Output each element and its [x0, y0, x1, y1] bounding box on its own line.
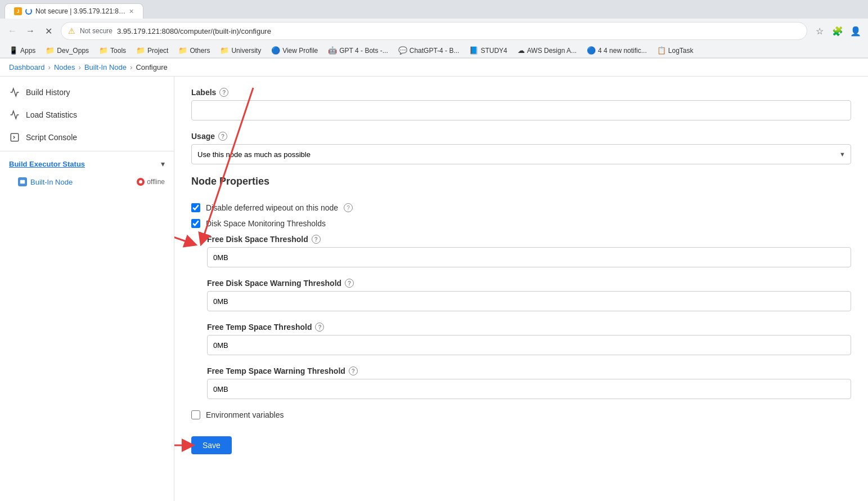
bookmark-university[interactable]: 📁 University: [215, 44, 266, 56]
address-bar[interactable]: ⚠ Not secure 3.95.179.121:8080/computer/…: [61, 22, 807, 40]
tab-favicon: J: [14, 7, 22, 15]
extensions-button[interactable]: 🧩: [830, 23, 845, 39]
svg-rect-1: [20, 180, 25, 184]
apps-icon: 📱: [9, 46, 18, 55]
free-temp-threshold-label-text: Free Temp Space Threshold: [207, 323, 312, 332]
bookmark-logtask[interactable]: 📋 LogTask: [653, 44, 698, 56]
notifications-icon: 🔵: [587, 46, 596, 55]
usage-select-wrapper: Use this node as much as possible Only b…: [191, 144, 851, 164]
build-executor-collapse-icon: ▾: [161, 159, 165, 168]
free-disk-threshold-input[interactable]: [207, 247, 851, 267]
offline-badge: offline: [137, 178, 165, 186]
breadcrumb-dashboard[interactable]: Dashboard: [9, 63, 45, 71]
free-temp-warning-input[interactable]: [207, 379, 851, 399]
bookmark-logtask-label: LogTask: [668, 47, 694, 55]
bookmark-view-profile[interactable]: 🔵 View Profile: [267, 44, 322, 56]
bookmark-others-label: Others: [190, 47, 210, 55]
breadcrumb-nodes[interactable]: Nodes: [54, 63, 75, 71]
usage-label: Usage ?: [191, 132, 851, 141]
address-bar-actions: ☆ 🧩 👤: [812, 23, 863, 39]
sidebar-item-build-history[interactable]: Build History: [0, 81, 174, 104]
content-area: Labels ? Usage ? Use this node as much a…: [174, 77, 868, 501]
bookmark-project-label: Project: [147, 47, 168, 55]
labels-input[interactable]: [191, 100, 851, 120]
bookmark-button[interactable]: ☆: [812, 23, 827, 39]
university-icon: 📁: [220, 46, 229, 55]
labels-help-icon[interactable]: ?: [219, 88, 228, 97]
view-profile-icon: 🔵: [271, 46, 280, 55]
bookmark-chatgpt4-label: ChatGPT-4 - B...: [410, 47, 460, 55]
free-temp-warning-help-icon[interactable]: ?: [349, 366, 358, 375]
sidebar-item-build-history-label: Build History: [26, 88, 70, 97]
bookmark-chatgpt4[interactable]: 💬 ChatGPT-4 - B...: [394, 44, 464, 56]
sidebar-item-script-console[interactable]: Script Console: [0, 126, 174, 149]
usage-help-icon[interactable]: ?: [218, 132, 227, 141]
jenkins-body: Dashboard › Nodes › Built-In Node › Conf…: [0, 59, 868, 501]
free-disk-warning-label: Free Disk Space Warning Threshold ?: [207, 279, 851, 288]
disable-wipeout-checkbox[interactable]: [191, 203, 200, 212]
active-tab[interactable]: J Not secure | 3.95.179.121:8080/compute…: [5, 3, 143, 19]
bookmark-apps-label: Apps: [20, 47, 35, 55]
sidebar: Build History Load Statistics Script Con…: [0, 77, 174, 501]
free-disk-warning-help-icon[interactable]: ?: [345, 279, 354, 288]
bookmark-others[interactable]: 📁 Others: [174, 44, 214, 56]
bookmark-project[interactable]: 📁 Project: [132, 44, 173, 56]
disk-space-checkbox[interactable]: [191, 219, 200, 228]
aws-design-icon: ☁: [518, 46, 525, 55]
env-vars-checkbox[interactable]: [191, 410, 200, 419]
free-disk-warning-input[interactable]: [207, 291, 851, 311]
offline-label: offline: [147, 178, 165, 186]
back-button[interactable]: ←: [5, 23, 20, 39]
bookmark-university-label: University: [231, 47, 261, 55]
bookmark-dev-opps[interactable]: 📁 Dev_Opps: [41, 44, 93, 56]
free-temp-warning-label-text: Free Temp Space Warning Threshold: [207, 366, 345, 375]
bookmark-aws-design[interactable]: ☁ AWS Design A...: [513, 44, 581, 56]
reload-button[interactable]: ✕: [41, 23, 56, 39]
bookmark-study4[interactable]: 📘 STUDY4: [465, 44, 511, 56]
free-disk-threshold-label: Free Disk Space Threshold ?: [207, 235, 851, 244]
disable-wipeout-help-icon[interactable]: ?: [344, 203, 353, 212]
labels-label: Labels ?: [191, 88, 851, 97]
save-section: Save: [191, 436, 851, 454]
jenkins-main: Build History Load Statistics Script Con…: [0, 77, 868, 501]
bookmark-study4-label: STUDY4: [480, 47, 507, 55]
bookmark-notifications[interactable]: 🔵 4 4 new notific...: [582, 44, 651, 56]
load-statistics-icon: [9, 109, 20, 120]
usage-label-text: Usage: [191, 132, 215, 141]
disable-wipeout-row: Disable deferred wipeout on this node ?: [191, 203, 851, 212]
build-executor-header[interactable]: Build Executor Status ▾: [0, 154, 174, 174]
bookmark-tools[interactable]: 📁 Tools: [95, 44, 131, 56]
save-button[interactable]: Save: [191, 436, 232, 454]
usage-select[interactable]: Use this node as much as possible Only b…: [191, 144, 851, 164]
bookmark-apps[interactable]: 📱 Apps: [5, 44, 40, 56]
free-temp-warning-label: Free Temp Space Warning Threshold ?: [207, 366, 851, 375]
chatgpt4-icon: 💬: [398, 46, 407, 55]
env-vars-row: Environment variables: [191, 410, 851, 419]
breadcrumb-sep-2: ›: [79, 63, 81, 71]
executor-node-row: Built-In Node offline: [0, 174, 174, 190]
labels-label-text: Labels: [191, 88, 216, 97]
build-executor-title: Build Executor Status: [9, 160, 85, 168]
sidebar-item-load-statistics[interactable]: Load Statistics: [0, 104, 174, 126]
forward-button[interactable]: →: [23, 23, 38, 39]
account-button[interactable]: 👤: [848, 23, 863, 39]
bookmark-gpt4-bots[interactable]: 🤖 GPT 4 - Bots -...: [323, 44, 392, 56]
nav-buttons: ← → ✕: [5, 23, 56, 39]
bookmark-aws-design-label: AWS Design A...: [527, 47, 577, 55]
free-temp-threshold-help-icon[interactable]: ?: [315, 323, 324, 332]
builtin-node-link[interactable]: Built-In Node: [30, 178, 73, 186]
loading-spinner: [25, 8, 32, 15]
breadcrumb: Dashboard › Nodes › Built-In Node › Conf…: [0, 59, 868, 77]
study4-icon: 📘: [469, 46, 478, 55]
free-temp-threshold-input[interactable]: [207, 335, 851, 355]
free-disk-threshold-help-icon[interactable]: ?: [312, 235, 321, 244]
breadcrumb-builtin-node[interactable]: Built-In Node: [84, 63, 127, 71]
tab-close-button[interactable]: ✕: [129, 8, 134, 15]
node-properties-title: Node Properties: [191, 176, 851, 192]
breadcrumb-configure: Configure: [136, 63, 167, 71]
bookmark-dev-opps-label: Dev_Opps: [57, 47, 89, 55]
tools-icon: 📁: [99, 46, 108, 55]
labels-section: Labels ?: [191, 88, 851, 120]
dev-opps-icon: 📁: [46, 46, 55, 55]
tab-title: Not secure | 3.95.179.121:8080/computer/…: [35, 7, 125, 15]
